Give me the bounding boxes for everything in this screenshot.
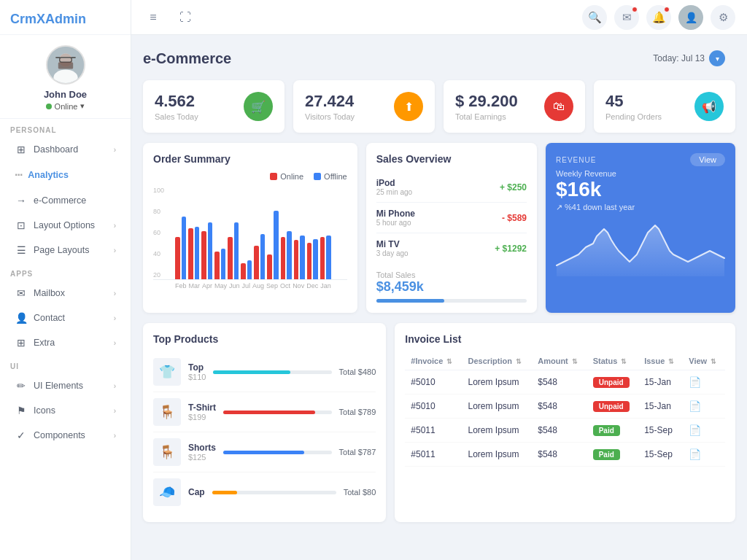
- sales-progress-fill: [376, 299, 444, 303]
- bar-group: [254, 234, 265, 279]
- layout-icon: ⊡: [15, 219, 28, 231]
- invoice-issue: 15-Jan: [638, 394, 683, 419]
- bar-offline: [313, 239, 318, 279]
- svg-rect-5: [55, 57, 60, 58]
- invoice-amount: $548: [532, 443, 587, 467]
- stat-card-pending: 45 Pending Orders 📢: [594, 80, 735, 133]
- bar-offline: [195, 227, 200, 279]
- pages-icon: ☰: [15, 244, 28, 256]
- invoice-view[interactable]: 📄: [683, 394, 725, 419]
- bar-online: [175, 237, 180, 279]
- col-description: Description ⇅: [462, 352, 532, 370]
- invoice-status: Paid: [587, 443, 638, 467]
- svg-rect-6: [71, 57, 75, 58]
- view-icon[interactable]: 📄: [689, 400, 701, 412]
- sidebar-item-components[interactable]: ✓ Components ›: [4, 424, 126, 447]
- bar-offline: [260, 234, 266, 279]
- search-button[interactable]: 🔍: [582, 5, 607, 30]
- invoice-number: #5011: [405, 419, 462, 443]
- invoice-status: Unpaid: [587, 394, 638, 419]
- topbar-avatar[interactable]: 👤: [678, 5, 703, 30]
- month-label: Apr: [202, 282, 212, 289]
- col-view: View ⇅: [683, 352, 725, 370]
- bar-offline: [208, 222, 213, 279]
- dots-icon: ···: [15, 168, 22, 182]
- notifications-badge: [664, 7, 670, 12]
- sidebar-item-mailbox[interactable]: ✉ Mailbox ›: [4, 281, 126, 305]
- status-label: Online: [55, 102, 78, 111]
- settings-button[interactable]: ⚙: [711, 5, 735, 30]
- sidebar-item-contact[interactable]: 👤 Contact ›: [4, 306, 126, 330]
- middle-row: Order Summary Online Offline 100: [143, 143, 735, 313]
- month-label: Sep: [266, 282, 278, 289]
- extra-icon: ⊞: [15, 337, 28, 349]
- invoice-amount: $548: [532, 370, 587, 394]
- sidebar-item-dashboard[interactable]: ⊞ Dashboard ›: [4, 138, 126, 161]
- page-title: e-Commerce: [143, 50, 231, 67]
- sales-label: Sales Today: [155, 112, 198, 121]
- product-total: Total $787: [339, 448, 376, 456]
- sidebar-status[interactable]: Online ▾: [46, 101, 85, 111]
- sidebar-item-ecommerce[interactable]: → e-Commerce: [4, 189, 126, 212]
- bar-offline: [326, 236, 331, 279]
- bar-offline: [247, 260, 252, 279]
- topbar-right: 🔍 ✉ 🔔 👤 ⚙: [582, 5, 735, 30]
- earnings-icon: 🛍: [544, 92, 573, 121]
- invoice-amount: $548: [532, 419, 587, 443]
- product-image: 🪑: [153, 398, 181, 426]
- product-total: Total $480: [339, 368, 376, 376]
- view-icon[interactable]: 📄: [689, 424, 701, 436]
- avatar[interactable]: [46, 45, 85, 85]
- notifications-button[interactable]: 🔔: [646, 5, 671, 30]
- invoice-row: #5010 Lorem Ipsum $548 Unpaid 15-Jan 📄: [405, 394, 725, 419]
- date-picker-button[interactable]: ▾: [709, 50, 725, 66]
- bar-group: [228, 222, 239, 279]
- month-label: Mar: [189, 282, 201, 289]
- product-total: Total $80: [344, 488, 376, 497]
- sidebar-item-layout-options[interactable]: ⊡ Layout Options ›: [4, 214, 126, 237]
- sidebar: CrmXAdmin John Doe Online ▾ PERSONAL ⊞: [0, 0, 131, 560]
- product-bar: [223, 411, 332, 414]
- mail-button[interactable]: ✉: [614, 5, 639, 30]
- invoice-view[interactable]: 📄: [683, 443, 725, 467]
- sales-value: 4.562: [155, 92, 198, 111]
- order-summary-card: Order Summary Online Offline 100: [143, 143, 357, 313]
- bar-group: [241, 260, 252, 279]
- revenue-view-button[interactable]: View: [690, 153, 725, 166]
- product-image: 🧢: [153, 478, 181, 506]
- pending-icon: 📢: [694, 92, 724, 121]
- mail-icon: ✉: [15, 287, 28, 299]
- menu-toggle-icon[interactable]: ≡: [143, 7, 163, 28]
- chart-legend: Online Offline: [153, 172, 347, 181]
- view-icon[interactable]: 📄: [689, 448, 701, 460]
- sidebar-item-analytics[interactable]: ··· Analytics: [4, 163, 126, 187]
- bar-online: [254, 246, 259, 279]
- sidebar-item-ui-elements[interactable]: ✏ UI Elements ›: [4, 374, 126, 397]
- invoice-view[interactable]: 📄: [683, 370, 725, 394]
- products-list: 👕 Top $110 Total $480 🪑 T-Shirt $199 Tot…: [153, 352, 376, 512]
- earnings-value: $ 29.200: [455, 92, 518, 111]
- date-label: Today: Jul 13: [653, 53, 705, 63]
- invoice-number: #5010: [405, 394, 462, 419]
- invoice-row: #5011 Lorem Ipsum $548 Paid 15-Sep 📄: [405, 419, 725, 443]
- legend-offline-dot: [314, 173, 321, 180]
- invoice-view[interactable]: 📄: [683, 419, 725, 443]
- expand-icon[interactable]: ⛶: [175, 7, 196, 28]
- product-info: Cap: [188, 487, 205, 497]
- content-area: e-Commerce Today: Jul 13 ▾ 4.562 Sales T…: [131, 35, 747, 560]
- month-label: Jan: [320, 282, 331, 289]
- sidebar-item-extra[interactable]: ⊞ Extra ›: [4, 331, 126, 354]
- invoice-status: Unpaid: [587, 370, 638, 394]
- revenue-chart: [556, 218, 725, 303]
- product-info: Top $110: [188, 362, 206, 381]
- sidebar-item-icons[interactable]: ⚑ Icons ›: [4, 399, 126, 422]
- month-label: Jun: [229, 282, 240, 289]
- view-icon[interactable]: 📄: [689, 376, 701, 388]
- sidebar-item-page-layouts[interactable]: ☰ Page Layouts ›: [4, 238, 126, 262]
- sidebar-username: John Doe: [44, 89, 87, 100]
- stat-card-visitors: 27.424 Visitors Today ⬆: [293, 80, 435, 133]
- visitors-value: 27.424: [305, 92, 355, 111]
- product-image: 👕: [153, 358, 181, 386]
- bar-group: [201, 222, 212, 279]
- total-sales-section: Total Sales $8,459k: [376, 271, 527, 303]
